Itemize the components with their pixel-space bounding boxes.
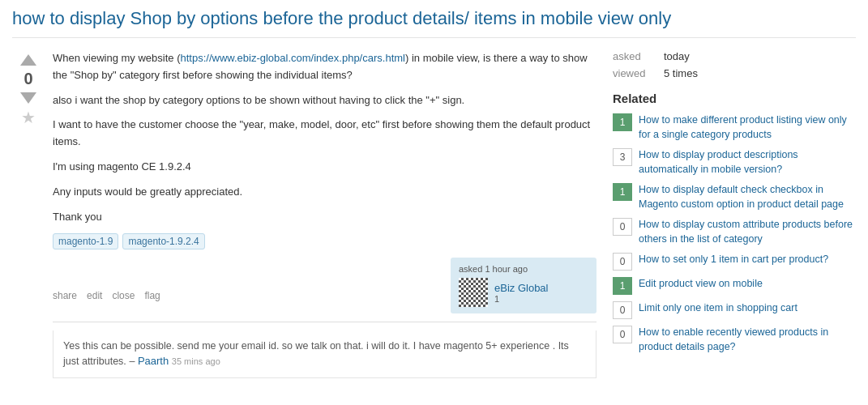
avatar (459, 278, 488, 307)
related-link-2[interactable]: How to display product descriptions auto… (639, 148, 856, 177)
question-area: 0 ★ When viewing my website (https://www… (12, 50, 596, 378)
related-item-3: 1 How to display default check checkbox … (613, 183, 856, 211)
page-title: how to display Shop by options before th… (12, 8, 856, 38)
sidebar: asked today viewed 5 times Related 1 How… (613, 50, 856, 378)
related-item-5: 0 How to set only 1 item in cart per pro… (613, 253, 856, 271)
related-item-7: 0 Limit only one item in shopping cart (613, 301, 856, 319)
related-title: Related (613, 92, 856, 105)
meta-asked-row: asked today (613, 50, 856, 62)
related-link-1[interactable]: How to make different product listing vi… (639, 113, 856, 142)
divider (53, 322, 596, 322)
page-container: how to display Shop by options before th… (0, 0, 868, 386)
related-item-2: 3 How to display product descriptions au… (613, 148, 856, 177)
comment-box: Yes this can be possible. send me your e… (53, 330, 596, 378)
user-rep: 1 (494, 294, 548, 304)
related-badge-1: 1 (613, 113, 632, 131)
related-badge-3: 1 (613, 183, 632, 201)
body-link[interactable]: https://www.ebiz-global.com/index.php/ca… (181, 52, 405, 64)
tag-magento19[interactable]: magento-1.9 (53, 233, 118, 249)
asked-time: asked 1 hour ago (459, 264, 588, 274)
comment-time-value: 35 mins ago (172, 356, 220, 366)
body-paragraph-2: also i want the shop by category options… (53, 92, 596, 109)
related-badge-6: 1 (613, 277, 632, 295)
related-item-1: 1 How to make different product listing … (613, 113, 856, 142)
comment-separator: – (129, 356, 137, 367)
related-item-4: 0 How to display custom attribute produc… (613, 218, 856, 246)
related-badge-7: 0 (613, 301, 632, 319)
user-name[interactable]: eBiz Global (494, 282, 548, 294)
related-link-4[interactable]: How to display custom attribute products… (639, 218, 856, 246)
viewed-label: viewed (613, 67, 657, 79)
related-badge-4: 0 (613, 218, 632, 236)
related-link-3[interactable]: How to display default check checkbox in… (639, 183, 856, 211)
question-body: When viewing my website (https://www.ebi… (53, 50, 596, 378)
vote-count: 0 (24, 70, 32, 88)
viewed-value: 5 times (664, 67, 698, 79)
asked-label: asked (613, 50, 657, 62)
body-paragraph-6: Thank you (53, 209, 596, 226)
body-p1-before-link: When viewing my website ( (53, 52, 181, 64)
related-item-6: 1 Edit product view on mobile (613, 277, 856, 295)
related-badge-8: 0 (613, 326, 632, 343)
vote-up-button[interactable] (20, 54, 36, 66)
body-paragraph-3: I want to have the customer choose the "… (53, 117, 596, 151)
related-item-8: 0 How to enable recently viewed products… (613, 326, 856, 354)
flag-link[interactable]: flag (144, 290, 160, 301)
tag-magento1924[interactable]: magento-1.9.2.4 (122, 233, 204, 249)
asked-value: today (664, 50, 690, 62)
question-row: 0 ★ When viewing my website (https://www… (12, 50, 596, 378)
related-link-8[interactable]: How to enable recently viewed products i… (639, 326, 856, 354)
related-badge-2: 3 (613, 148, 632, 166)
vote-down-button[interactable] (20, 92, 36, 104)
related-badge-5: 0 (613, 253, 632, 271)
comment-author[interactable]: Paarth (138, 355, 169, 367)
close-link[interactable]: close (112, 290, 135, 301)
vote-column: 0 ★ (12, 50, 45, 378)
avatar-pattern (459, 278, 488, 307)
body-paragraph-1: When viewing my website (https://www.ebi… (53, 50, 596, 84)
user-info: eBiz Global 1 (494, 282, 548, 304)
main-content: 0 ★ When viewing my website (https://www… (12, 50, 856, 378)
related-link-7[interactable]: Limit only one item in shopping cart (639, 301, 797, 316)
body-paragraph-4: I'm using magento CE 1.9.2.4 (53, 159, 596, 176)
tag-list: magento-1.9 magento-1.9.2.4 (53, 233, 596, 249)
related-section: Related 1 How to make different product … (613, 92, 856, 354)
meta-viewed-row: viewed 5 times (613, 67, 856, 79)
share-link[interactable]: share (53, 290, 77, 301)
actions-row: share edit close flag (53, 290, 160, 301)
user-card-info: eBiz Global 1 (459, 278, 588, 307)
user-card: asked 1 hour ago eBiz Global 1 (451, 258, 596, 313)
related-link-5[interactable]: How to set only 1 item in cart per produ… (639, 253, 828, 267)
edit-link[interactable]: edit (87, 290, 102, 301)
body-paragraph-5: Any inputs would be greatly appreciated. (53, 184, 596, 201)
related-link-6[interactable]: Edit product view on mobile (639, 277, 763, 292)
favorite-star-icon[interactable]: ★ (21, 108, 36, 127)
